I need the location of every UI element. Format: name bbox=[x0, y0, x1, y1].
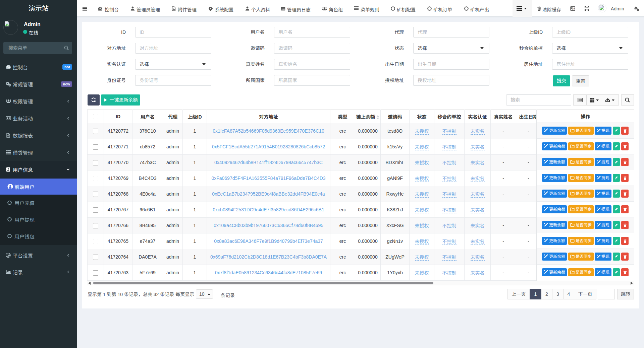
svg-text:A: A bbox=[573, 7, 575, 10]
